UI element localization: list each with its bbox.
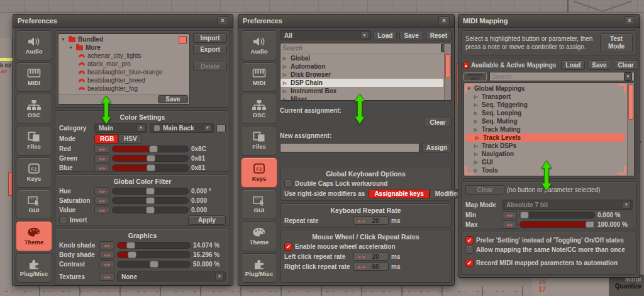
allow-duplicate-checkbox[interactable] [465,246,474,254]
left-click-stepper[interactable]: 20 [353,252,389,261]
chevron-down-icon[interactable] [360,31,369,39]
clear-assignment-button[interactable]: Clear [424,118,452,127]
value-slider[interactable] [112,207,189,213]
body-shade-slider[interactable] [117,251,191,258]
sidebar-item-plugmisc[interactable]: Plug/Misc [241,253,277,283]
saturation-stepper[interactable] [94,196,109,205]
expander-icon[interactable]: ▼ [467,86,472,91]
repeat-rate-stepper[interactable]: 20 [353,216,389,225]
theme-item[interactable]: atarix_mac_pro [58,60,189,68]
sidebar-item-keys[interactable]: Keys [16,157,52,188]
slider-handle[interactable] [520,212,529,219]
theme-item[interactable]: beatslaughter_breed [58,76,189,84]
sidebar-item-midi[interactable]: MIDI [241,62,277,93]
scrollbar-thumb[interactable] [445,54,450,78]
list-item-selected[interactable]: ▷DSP Chain [280,79,443,87]
slider-handle[interactable] [150,261,158,268]
save-theme-button[interactable]: Save [158,95,188,103]
mapping-item[interactable]: ▷Navigation [464,150,626,158]
expander-icon[interactable]: ▷ [475,135,480,140]
close-icon[interactable]: × [217,16,228,25]
tree-folder[interactable]: ▼Bundled [58,35,189,43]
expander-icon[interactable]: ▼ [69,45,74,50]
value-stepper[interactable] [94,206,109,214]
close-icon[interactable]: × [438,16,450,25]
color-target-select[interactable]: Main Back [150,123,214,133]
search-input[interactable] [282,45,438,52]
expander-icon[interactable]: ▷ [283,89,288,94]
tree-folder[interactable]: ▼More [58,43,189,52]
expander-icon[interactable]: ▷ [283,64,288,69]
expander-icon[interactable]: ▷ [474,127,479,132]
min-slider[interactable] [519,212,595,219]
expander-icon[interactable]: ▷ [283,72,288,77]
current-color-swatch[interactable] [216,124,226,132]
sidebar-item-gui[interactable]: GUI [241,190,277,220]
sidebar-item-keys[interactable]: Keys [241,157,277,188]
textures-stepper[interactable] [99,273,114,281]
slider-handle[interactable] [128,251,136,258]
chevron-down-icon[interactable] [203,124,212,132]
caps-lock-checkbox[interactable] [284,179,292,188]
green-stepper[interactable] [94,154,109,162]
title-bar[interactable]: Preferences × [13,14,233,28]
expander-icon[interactable]: ▷ [474,111,479,116]
mapping-item-selected[interactable]: ▷Track Levels [465,134,625,142]
scrollbar[interactable] [444,43,451,100]
expander-icon[interactable]: ▷ [474,119,479,124]
slider-handle[interactable] [146,197,155,204]
list-item[interactable]: ▷Disk Browser [280,71,443,79]
load-mappings-button[interactable]: Load [561,60,585,70]
mapped-only-toggle[interactable]: MAPPEDONLY [464,72,487,81]
mapping-item[interactable]: ▷Track DSPs [464,142,626,150]
red-slider[interactable] [112,145,189,152]
close-icon[interactable]: × [624,16,635,25]
knob-shade-stepper[interactable] [99,241,114,249]
contrast-stepper[interactable] [99,260,114,268]
sidebar-item-gui[interactable]: GUI [16,190,52,220]
save-button[interactable]: Save [399,31,423,40]
slider-handle[interactable] [586,221,594,228]
preset-select[interactable]: All [280,30,371,40]
slider-handle[interactable] [146,207,155,213]
delete-button[interactable]: Delete [193,62,227,71]
prefer-setting-checkbox[interactable] [465,236,474,244]
expander-icon[interactable]: ▷ [283,56,288,61]
test-mode-button[interactable]: Test Mode [600,33,633,52]
sidebar-item-files[interactable]: Files [16,126,52,156]
mouse-accel-checkbox[interactable] [284,242,292,251]
slider-handle[interactable] [149,145,158,152]
blue-stepper[interactable] [94,164,109,172]
expander-icon[interactable]: ▷ [283,97,288,101]
min-stepper[interactable] [502,211,517,219]
theme-item[interactable]: achenar_city_lights [58,52,189,60]
load-button[interactable]: Load [374,31,397,40]
record-automation-checkbox[interactable] [465,259,474,267]
title-bar[interactable]: MIDI Mapping × [458,14,640,28]
quantize-label[interactable]: Quantize [611,283,641,290]
mapping-item[interactable]: ▷Seq. Muting [464,117,626,125]
expander-icon[interactable]: ▷ [474,152,479,157]
expander-icon[interactable]: ▷ [474,160,479,165]
red-stepper[interactable] [94,145,109,153]
slider-handle[interactable] [147,164,155,171]
expander-icon[interactable]: ▷ [474,144,479,149]
sidebar-item-midi[interactable]: MIDI [16,62,52,93]
theme-color-swatch[interactable] [179,36,187,44]
list-item[interactable]: ▷Mixer [280,95,443,101]
apply-button[interactable]: Apply [188,215,226,225]
max-stepper[interactable] [502,220,517,229]
body-shade-stepper[interactable] [99,251,114,259]
sidebar-item-plugmisc[interactable]: Plug/Misc [16,253,52,283]
assign-button[interactable]: Assign [422,143,452,152]
scrollbar-thumb[interactable] [628,84,633,120]
list-item[interactable]: ▷Automation [280,62,443,71]
knob-shade-slider[interactable] [117,242,191,249]
hue-stepper[interactable] [94,187,109,195]
sidebar-item-osc[interactable]: OSC [16,94,52,124]
expander-icon[interactable]: ▷ [283,81,288,86]
slider-handle[interactable] [147,155,155,162]
collapse-up-icon[interactable]: ▲ [464,61,469,69]
green-slider[interactable] [112,155,189,162]
saturation-slider[interactable] [112,197,189,204]
